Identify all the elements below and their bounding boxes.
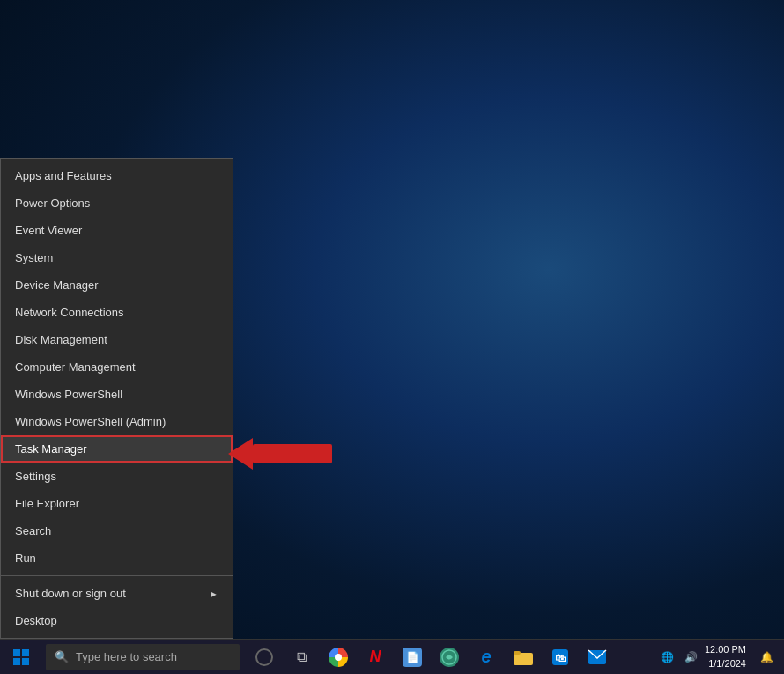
menu-item-network-connections[interactable]: Network Connections [1, 299, 233, 326]
arrow-body [253, 444, 332, 463]
menu-item-settings[interactable]: Settings [1, 463, 233, 490]
menu-item-computer-management[interactable]: Computer Management [1, 353, 233, 381]
menu-divider [1, 575, 233, 576]
menu-item-system[interactable]: System [1, 244, 233, 271]
arrow-annotation [229, 438, 332, 470]
menu-item-disk-management[interactable]: Disk Management [1, 326, 233, 353]
clock[interactable]: 12:00 PM 1/1/2024 [705, 643, 753, 670]
clock-date: 1/1/2024 [705, 657, 746, 670]
svg-rect-3 [514, 651, 521, 655]
file-explorer-taskbar-button[interactable] [506, 640, 541, 675]
task-view-icon: ⧉ [297, 649, 307, 665]
netflix-icon: N [370, 648, 381, 666]
menu-item-event-viewer[interactable]: Event Viewer [1, 217, 233, 244]
volume-tray-icon[interactable]: 🔊 [681, 651, 701, 663]
search-bar[interactable]: 🔍 Type here to search [46, 644, 240, 670]
context-menu: Apps and Features Power Options Event Vi… [0, 158, 233, 639]
netflix-taskbar-button[interactable]: N [358, 640, 393, 675]
task-view-button[interactable]: ⧉ [284, 640, 319, 675]
menu-item-desktop[interactable]: Desktop [1, 607, 233, 634]
file-explorer-icon [514, 648, 533, 667]
chrome-taskbar-button[interactable] [321, 640, 356, 675]
menu-item-file-explorer[interactable]: File Explorer [1, 490, 233, 517]
menu-item-apps-features[interactable]: Apps and Features [1, 162, 233, 189]
menu-item-search[interactable]: Search [1, 517, 233, 544]
custom-app-icon [440, 648, 459, 667]
menu-item-powershell[interactable]: Windows PowerShell [1, 381, 233, 408]
svg-text:🛍: 🛍 [555, 652, 566, 664]
network-tray-icon[interactable]: 🌐 [657, 651, 677, 663]
menu-item-task-manager[interactable]: Task Manager [1, 435, 233, 463]
menu-item-run[interactable]: Run [1, 544, 233, 572]
notification-tray-icon[interactable]: 🔔 [757, 651, 777, 663]
menu-item-device-manager[interactable]: Device Manager [1, 271, 233, 299]
submenu-arrow-icon: ► [209, 589, 218, 599]
cortana-icon [255, 648, 273, 666]
file-icon: 📄 [403, 648, 422, 667]
system-tray: 🌐 🔊 12:00 PM 1/1/2024 🔔 [657, 643, 784, 670]
menu-item-power-options[interactable]: Power Options [1, 189, 233, 217]
menu-item-shutdown[interactable]: Shut down or sign out ► [1, 580, 233, 607]
chrome-icon [329, 648, 348, 667]
search-placeholder: Type here to search [76, 650, 177, 663]
start-button[interactable] [0, 640, 42, 675]
windows-logo-icon [13, 649, 29, 665]
menu-item-powershell-admin[interactable]: Windows PowerShell (Admin) [1, 408, 233, 435]
edge-icon: e [481, 647, 491, 667]
store-icon: 🛍 [551, 648, 570, 667]
mail-taskbar-button[interactable] [580, 640, 615, 675]
taskbar-icons: ⧉ N 📄 [247, 640, 615, 675]
search-icon: 🔍 [55, 650, 69, 663]
clock-time: 12:00 PM [705, 643, 746, 656]
desktop: Apps and Features Power Options Event Vi… [0, 0, 784, 674]
store-taskbar-button[interactable]: 🛍 [543, 640, 578, 675]
mail-icon [588, 648, 607, 667]
edge-taskbar-button[interactable]: e [469, 640, 504, 675]
custom-app-button[interactable] [432, 640, 467, 675]
taskbar: 🔍 Type here to search ⧉ N 📄 [0, 639, 784, 674]
onedrive-taskbar-button[interactable]: 📄 [395, 640, 430, 675]
cortana-button[interactable] [247, 640, 282, 675]
